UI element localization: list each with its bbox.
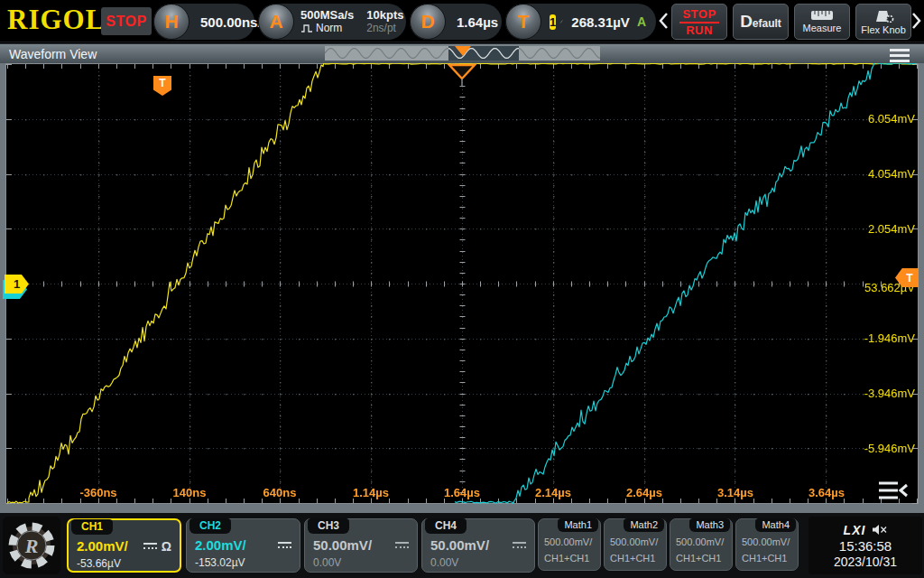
- time-label: 2.14µs: [522, 486, 585, 499]
- math-card-math4[interactable]: Math4 500.00mV/ CH1+CH1: [735, 518, 799, 571]
- math-card-math2[interactable]: Math2 500.00mV/ CH1+CH1: [604, 518, 667, 571]
- channel-card-ch1[interactable]: CH1 2.00mV/ Ω -53.66µV: [67, 518, 181, 573]
- trigger-knob[interactable]: T: [505, 4, 541, 40]
- time-label: 3.64µs: [795, 486, 858, 499]
- acquisition-knob[interactable]: A: [258, 4, 294, 40]
- time-label: 140ns: [158, 486, 221, 499]
- math1-name: Math1: [558, 518, 598, 532]
- ruler-icon: [810, 10, 834, 21]
- ch1-offset: -53.66µV: [77, 557, 121, 570]
- ch1-name: CH1: [71, 519, 113, 535]
- ch1-scale: 2.00mV/: [77, 538, 128, 554]
- memory-depth: 10kpts: [366, 8, 403, 22]
- speaker-muted-icon: [872, 524, 887, 536]
- channel-card-ch3[interactable]: CH3 50.00mV/ 0.00V: [304, 518, 418, 573]
- rigol-gear-logo[interactable]: R: [3, 517, 60, 574]
- math4-expression: CH1+CH1: [742, 553, 787, 564]
- measure-button[interactable]: Measure: [794, 4, 850, 40]
- flex-knob-button[interactable]: Flex Knob: [855, 4, 911, 40]
- waveform-view-title: Waveform View: [9, 47, 97, 61]
- default-initial: D: [740, 12, 753, 31]
- math2-expression: CH1+CH1: [610, 553, 655, 564]
- default-rest: efault: [753, 17, 781, 30]
- time-label: 3.14µs: [704, 486, 767, 499]
- time-label: 2.64µs: [613, 486, 676, 499]
- ch1-impedance: Ω: [162, 539, 171, 554]
- system-info-tile[interactable]: LXI 15:36:58 2023/10/31: [808, 517, 922, 574]
- chevron-right-icon[interactable]: [911, 12, 922, 30]
- time-label: 1.14µs: [339, 486, 402, 499]
- delay-knob[interactable]: D: [410, 4, 446, 40]
- math1-scale: 500.00mV/: [544, 536, 592, 547]
- math4-name: Math4: [755, 518, 796, 532]
- oscilloscope-screen: RIGOL STOP H 500.00ns/ A 500MSa/s Norm 1…: [0, 0, 924, 578]
- trigger-source-badge: 1: [550, 14, 556, 30]
- dc-coupling-icon: [513, 542, 526, 548]
- delay-value: 1.64µs: [446, 14, 509, 30]
- time-label: 1.64µs: [430, 486, 494, 499]
- time-label: -360ns: [67, 486, 130, 499]
- ch2-offset: -153.02µV: [195, 556, 245, 569]
- ch3-offset: 0.00V: [313, 556, 341, 569]
- time-label: 640ns: [248, 486, 311, 499]
- horizontal-knob[interactable]: H: [153, 4, 189, 40]
- math-card-math3[interactable]: Math3 500.00mV/ CH1+CH1: [670, 518, 733, 571]
- ch3-name: CH3: [308, 518, 349, 534]
- math1-expression: CH1+CH1: [544, 553, 589, 564]
- measure-label: Measure: [803, 23, 842, 33]
- ch2-scale: 2.00mV/: [195, 537, 246, 553]
- trigger-group[interactable]: T 1 268.31µV A: [505, 4, 656, 40]
- voltage-label: 2.054mV: [868, 222, 915, 237]
- voltage-label: -5.946mV: [864, 442, 915, 456]
- waveform-grid[interactable]: [5, 63, 919, 504]
- math3-expression: CH1+CH1: [676, 553, 721, 564]
- ch4-name: CH4: [425, 518, 467, 534]
- channel-status-bar: R CH1 2.00mV/ Ω -53.66µV CH2 2.00mV/ -15…: [0, 513, 924, 578]
- trigger-level-value: 268.31µV: [564, 14, 637, 30]
- flex-knob-label: Flex Knob: [861, 24, 906, 35]
- run-label: RUN: [686, 23, 713, 37]
- trigger-sweep-mode: A: [637, 14, 656, 29]
- window-frame-right: [919, 63, 924, 504]
- dc-coupling-icon: [395, 542, 409, 548]
- dc-coupling-icon: [278, 542, 291, 548]
- stop-run-button[interactable]: STOP RUN: [671, 4, 727, 40]
- math-card-math1[interactable]: Math1 500.00mV/ CH1+CH1: [538, 518, 601, 571]
- horizontal-scale-group[interactable]: H 500.00ns/: [153, 4, 254, 40]
- math3-scale: 500.00mV/: [676, 536, 724, 547]
- collapsed-menu-icon[interactable]: [877, 480, 910, 501]
- system-date: 2023/10/31: [834, 555, 897, 569]
- acquisition-group[interactable]: A 500MSa/s Norm 10kpts 2ns/pt: [258, 4, 406, 40]
- gear-icon: R: [6, 520, 57, 571]
- default-button[interactable]: Default: [733, 4, 789, 40]
- channel-card-ch4[interactable]: CH4 50.00mV/ 0.00V: [421, 518, 535, 573]
- pulse-icon: [300, 24, 313, 33]
- dc-coupling-icon: [143, 543, 157, 549]
- rigol-logo: RIGOL: [7, 4, 105, 36]
- sample-rate: 500MSa/s: [300, 8, 354, 22]
- voltage-label: -3.946mV: [864, 387, 915, 401]
- ch2-name: CH2: [189, 518, 231, 534]
- acquisition-mode: Norm: [316, 22, 342, 35]
- ch4-offset: 0.00V: [430, 556, 458, 569]
- channel-card-ch2[interactable]: CH2 2.00mV/ -153.02µV: [186, 518, 300, 573]
- run-state-indicator: STOP: [101, 7, 152, 35]
- voltage-label: -1.946mV: [864, 331, 915, 346]
- voltage-label: 6.054mV: [868, 112, 915, 126]
- lxi-logo: LXI: [844, 523, 866, 537]
- ch4-scale: 50.00mV/: [430, 537, 489, 553]
- stop-label: STOP: [679, 7, 718, 23]
- system-time: 15:36:58: [839, 538, 892, 554]
- window-frame-bottom: [0, 504, 924, 513]
- delay-group[interactable]: D 1.64µs: [410, 4, 502, 40]
- math3-name: Math3: [689, 518, 730, 532]
- time-per-point: 2ns/pt: [366, 22, 403, 35]
- horizontal-position-marker[interactable]: [447, 63, 477, 89]
- math2-scale: 500.00mV/: [610, 536, 658, 547]
- chevron-left-icon[interactable]: [658, 12, 669, 30]
- svg-text:R: R: [24, 535, 39, 557]
- voltage-label: 4.054mV: [868, 167, 915, 182]
- math2-name: Math2: [624, 518, 664, 532]
- math4-scale: 500.00mV/: [742, 536, 790, 547]
- knob-icon: [872, 9, 895, 23]
